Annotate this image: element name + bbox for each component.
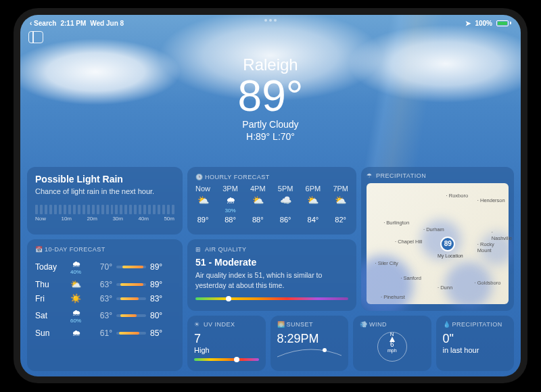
hour-col: 6PM⛅ 84° <box>306 185 321 224</box>
hour-col: Now⛅ 89° <box>195 185 210 224</box>
precip-map[interactable]: 89 My Location · Roxboro· Henderson· Bur… <box>367 183 509 304</box>
next-hour-rain-card[interactable]: Possible Light Rain Chance of light rain… <box>27 167 183 235</box>
aqi-value: 51 - Moderate <box>195 257 348 268</box>
weather-icon: 🌧 <box>226 195 235 205</box>
forecast-day-row: Today🌧40%70°89° <box>35 257 174 277</box>
current-temp: 89° <box>20 74 521 118</box>
ten-day-forecast-card[interactable]: 📅10-DAY FORECAST Today🌧40%70°89°Thu⛅63°8… <box>27 239 183 371</box>
clock-icon: 🕒 <box>195 174 202 180</box>
rain-desc: Chance of light rain in the next hour. <box>35 187 174 195</box>
hour-col: 7PM⛅ 82° <box>333 185 348 224</box>
map-city-label: · Roxboro <box>446 193 469 199</box>
weather-icon: 🌧60% <box>68 308 84 324</box>
multitask-dots[interactable] <box>264 19 277 22</box>
map-city-label: · Siler City <box>375 260 398 266</box>
precip-sub: in last hour <box>443 346 508 354</box>
location-icon: ➤ <box>465 20 471 27</box>
map-city-label: · Pinehurst <box>381 294 405 300</box>
air-quality-card[interactable]: ⊞AIR QUALITY 51 - Moderate Air quality i… <box>187 239 356 311</box>
weather-icon: ⛅ <box>335 195 346 205</box>
drop-icon: 💧 <box>443 321 450 328</box>
sunset-time: 8:29PM <box>277 332 342 346</box>
back-search[interactable]: ‹ Search <box>30 20 56 27</box>
uv-value: 7 <box>194 332 259 346</box>
hour-col: 5PM☁️ 86° <box>278 185 293 224</box>
svg-point-0 <box>323 348 327 352</box>
weather-icon: 🌧 <box>68 328 84 338</box>
calendar-icon: 📅 <box>35 246 42 253</box>
weather-icon: ⛅ <box>197 195 209 205</box>
weather-icon: ⛅ <box>307 195 319 205</box>
sun-icon: ☀ <box>194 321 201 328</box>
map-city-label: · Dunn <box>438 285 452 291</box>
weather-icon: ☀️ <box>68 293 84 303</box>
sun-arc <box>277 346 342 358</box>
battery-pct: 100% <box>475 20 492 27</box>
forecast-day-row: Thu⛅63°89° <box>35 277 174 291</box>
aqi-scale <box>195 297 348 300</box>
map-city-label: · Sanford <box>400 275 421 281</box>
status-date: Wed Jun 8 <box>90 20 124 27</box>
hourly-forecast-card[interactable]: 🕒HOURLY FORECAST Now⛅ 89°3PM🌧30%88°4PM⛅ … <box>187 167 356 235</box>
map-city-label: · Henderson <box>477 197 505 203</box>
forecast-day-row: Sun🌧61°85° <box>35 326 174 340</box>
map-my-location-label: My Location <box>438 253 463 258</box>
rain-minute-bars <box>35 205 174 214</box>
aqi-icon: ⊞ <box>195 246 202 253</box>
precipitation-amount-card[interactable]: 💧PRECIPITATION 0" in last hour <box>436 316 515 371</box>
uv-scale <box>194 358 259 361</box>
map-city-label: · Goldsboro <box>475 280 501 286</box>
rain-ticks: Now10m20m30m40m50m <box>35 216 174 222</box>
weather-icon: ⛅ <box>252 195 264 205</box>
map-city-label: · Burlington <box>383 220 409 226</box>
forecast-day-row: Fri☀️63°83° <box>35 291 174 305</box>
umbrella-icon: ☂ <box>367 172 373 179</box>
hour-col: 4PM⛅ 88° <box>250 185 266 224</box>
rain-title: Possible Light Rain <box>35 174 174 185</box>
uv-index-card[interactable]: ☀UV INDEX 7 High <box>187 316 266 371</box>
wind-icon: 💨 <box>360 321 367 328</box>
uv-label: High <box>194 346 259 354</box>
map-city-label: · Chapel Hill <box>395 239 422 245</box>
map-city-label: · Rocky Mount <box>477 241 509 253</box>
weather-icon: 🌧40% <box>68 259 84 275</box>
battery-icon <box>496 20 511 26</box>
map-my-location-pin[interactable]: 89 <box>440 237 455 251</box>
sidebar-toggle-button[interactable] <box>28 31 43 43</box>
forecast-day-row: Sat🌧60%63°80° <box>35 305 174 326</box>
current-weather-hero: Raleigh 89° Partly Cloudy H:89° L:70° <box>20 55 521 142</box>
sunset-icon: 🌅 <box>277 321 284 328</box>
sunset-card[interactable]: 🌅SUNSET 8:29PM <box>270 316 349 371</box>
precipitation-map-card[interactable]: ☂PRECIPITATION 89 My Location · Roxboro·… <box>361 167 514 311</box>
weather-icon: ⛅ <box>68 279 84 289</box>
weather-icon: ☁️ <box>280 195 291 205</box>
wind-compass: N 6mph <box>377 332 407 362</box>
map-city-label: · Durham <box>423 226 444 232</box>
precip-amount: 0" <box>443 332 508 346</box>
wind-card[interactable]: 💨WIND N 6mph <box>353 316 431 371</box>
current-condition: Partly Cloudy <box>20 119 521 130</box>
high-low: H:89° L:70° <box>20 131 521 142</box>
map-city-label: · Nashville <box>492 229 512 241</box>
aqi-desc: Air quality index is 51, which is simila… <box>195 270 348 290</box>
hour-col: 3PM🌧30%88° <box>222 185 238 224</box>
status-time: 2:11 PM <box>60 20 86 27</box>
